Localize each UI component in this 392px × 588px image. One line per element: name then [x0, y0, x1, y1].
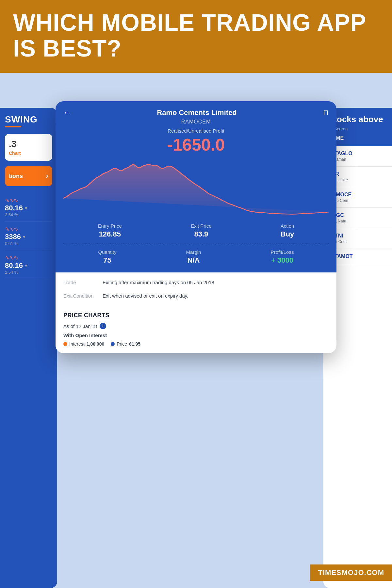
exit-condition-value: Exit when advised or exit on expiry day.: [103, 292, 329, 300]
down-arrow-icon: ▾: [23, 234, 25, 239]
action-stat: Action Buy: [281, 223, 294, 238]
watermark: TIMESMOJO.COM: [310, 564, 392, 581]
right-screener-note: 50 Screen: [328, 126, 387, 131]
stock-pct: 2.54 %: [5, 270, 52, 275]
left-number-card: .3 Chart: [5, 134, 52, 161]
quantity-label: Quantity: [98, 249, 117, 255]
interest-legend: Interest 1,00,000: [63, 341, 104, 347]
stock-name: Ramo Cem: [328, 198, 387, 203]
price-charts-date-row: As of 12 Jan'18 i: [63, 323, 329, 329]
swing-underline: [5, 126, 21, 127]
list-item: ∿∿∿ 80.16 ▾ 2.54 %: [5, 193, 52, 221]
margin-stat: Margin N/A: [186, 249, 201, 265]
price-chart: [63, 159, 329, 218]
trade-detail-row: Trade Exiting after maximum trading days…: [63, 279, 329, 286]
stock-pct: 2.54 %: [5, 212, 52, 217]
date-text: As of 12 Jan'18: [63, 323, 97, 329]
list-item: ∿∿∿ 80.16 ▾ 2.54 %: [5, 250, 52, 279]
right-stocks-title: Stocks above: [328, 114, 387, 124]
bookmark-icon[interactable]: ⊓: [323, 108, 329, 117]
blue-dot-icon: [111, 342, 115, 346]
margin-label: Margin: [186, 249, 201, 255]
mini-chart-icon: ∿∿∿: [5, 225, 52, 233]
header-title: WHICH MOBILE TRADING APP IS BEST?: [13, 10, 379, 61]
exit-price-stat: Exit Price 83.9: [191, 223, 211, 238]
interest-value: 1,00,000: [87, 341, 105, 347]
price-label: Price: [117, 341, 127, 347]
entry-price-stat: Entry Price 126.85: [98, 223, 122, 238]
price-charts-section: PRICE CHARTS As of 12 Jan'18 i With Open…: [56, 312, 336, 353]
mini-chart-icon: ∿∿∿: [5, 254, 52, 261]
price-value: 61.95: [129, 341, 140, 347]
trade-stats-top: Entry Price 126.85 Exit Price 83.9 Actio…: [63, 223, 329, 244]
stock-pct: 0.01 %: [5, 241, 52, 246]
open-interest-label: With Open Interest: [63, 333, 329, 338]
profit-loss-label: Profit/Loss: [271, 249, 294, 255]
left-panel: SWING .3 Chart tions › ∿∿∿ 80.16 ▾ 2.54 …: [0, 108, 57, 588]
profit-label: Realised/Unrealised Profit: [63, 128, 329, 134]
stock-name: Cholaman: [328, 157, 387, 162]
down-arrow-icon: ▾: [25, 263, 27, 268]
stock-ticker: TATAGLO: [328, 151, 387, 156]
stock-price: 80.16 ▾: [5, 204, 52, 212]
left-button[interactable]: tions ›: [5, 166, 52, 186]
quantity-stat: Quantity 75: [98, 249, 117, 265]
price-charts-title: PRICE CHARTS: [63, 312, 329, 319]
card-title: Ramo Cements Limited: [71, 108, 323, 117]
down-arrow-icon: ▾: [25, 205, 27, 211]
orange-dot-icon: [63, 342, 67, 346]
trade-value: Exiting after maximum trading days on 05…: [103, 279, 329, 286]
left-button-label: tions: [9, 173, 23, 180]
stock-ticker: TATAMOT: [328, 253, 387, 259]
legend-row: Interest 1,00,000 Price 61.95: [63, 341, 329, 347]
interest-label: Interest: [69, 341, 85, 347]
card-ticker: RAMOCEM: [63, 119, 329, 125]
left-chart-link[interactable]: Chart: [9, 151, 48, 156]
right-name-header: NAME: [328, 135, 387, 141]
watermark-text: TIMESMOJO.COM: [318, 568, 384, 577]
stock-name: Oil & Natu: [328, 219, 387, 223]
entry-price-label: Entry Price: [98, 223, 122, 229]
profit-value: -1650.0: [63, 135, 329, 155]
stock-ticker: RAMOCE: [328, 192, 387, 198]
stock-price: 3386 ▾: [5, 233, 52, 241]
quantity-value: 75: [98, 256, 117, 265]
exit-price-label: Exit Price: [191, 223, 211, 229]
swing-label: SWING: [5, 114, 52, 125]
profit-loss-stat: Profit/Loss + 3000: [271, 249, 294, 265]
margin-value: N/A: [186, 256, 201, 265]
stock-name: PVR Limite: [328, 178, 387, 182]
left-number: .3: [9, 139, 48, 149]
mini-chart-icon: ∿∿∿: [5, 197, 52, 204]
stock-ticker: ONGC: [328, 212, 387, 218]
stock-ticker: PATNI: [328, 233, 387, 239]
price-legend: Price 61.95: [111, 341, 140, 347]
entry-price-value: 126.85: [98, 230, 122, 238]
list-item: ∿∿∿ 3386 ▾ 0.01 %: [5, 221, 52, 250]
left-stocks-list: ∿∿∿ 80.16 ▾ 2.54 % ∿∿∿ 3386 ▾ 0.01 % ∿∿∿…: [5, 193, 52, 279]
action-value: Buy: [281, 230, 294, 238]
exit-price-value: 83.9: [191, 230, 211, 238]
trading-card: ← Ramo Cements Limited ⊓ RAMOCEM Realise…: [56, 101, 336, 353]
back-arrow-icon[interactable]: ←: [63, 108, 71, 117]
trade-key: Trade: [63, 279, 103, 285]
profit-loss-value: + 3000: [271, 256, 294, 265]
stock-name: Patni Com: [328, 239, 387, 244]
card-white-section: Trade Exiting after maximum trading days…: [56, 272, 336, 312]
info-icon[interactable]: i: [100, 323, 106, 329]
card-blue-section: ← Ramo Cements Limited ⊓ RAMOCEM Realise…: [56, 101, 336, 272]
action-label: Action: [281, 223, 294, 229]
header-banner: WHICH MOBILE TRADING APP IS BEST?: [0, 0, 392, 73]
exit-condition-row: Exit Condition Exit when advised or exit…: [63, 292, 329, 300]
exit-condition-key: Exit Condition: [63, 292, 103, 299]
right-arrow-icon: ›: [46, 172, 48, 180]
card-header: ← Ramo Cements Limited ⊓: [63, 108, 329, 117]
stock-ticker: PVR: [328, 171, 387, 177]
stock-price: 80.16 ▾: [5, 261, 52, 270]
trade-stats-bottom: Quantity 75 Margin N/A Profit/Loss + 300…: [63, 249, 329, 265]
